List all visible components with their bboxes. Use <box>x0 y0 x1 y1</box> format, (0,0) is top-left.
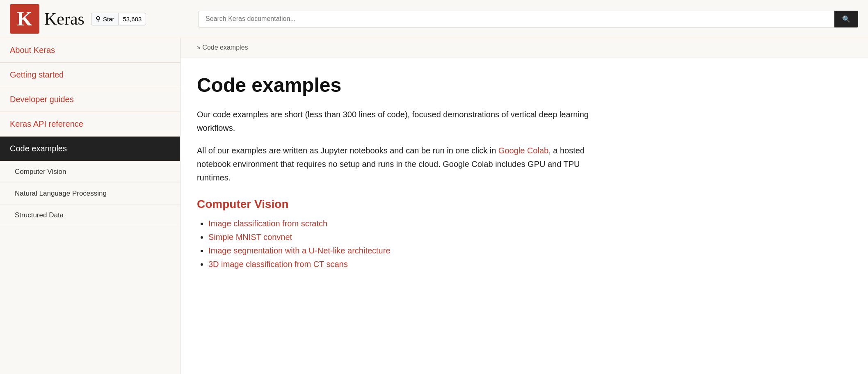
intro-paragraph-1: Our code examples are short (less than 3… <box>197 108 615 135</box>
breadcrumb-arrow: » <box>197 44 201 51</box>
sidebar-sub-nlp[interactable]: Natural Language Processing <box>0 183 180 205</box>
intro-p2-before: All of our examples are written as Jupyt… <box>197 146 498 155</box>
keras-wordmark: Keras <box>44 9 85 29</box>
sidebar-item-getting-started[interactable]: Getting started <box>0 63 180 87</box>
search-icon: 🔍 <box>842 15 850 23</box>
keras-logo-link[interactable]: K Keras <box>10 4 85 34</box>
sidebar-item-code-examples[interactable]: Code examples <box>0 137 180 161</box>
breadcrumb: » Code examples <box>180 38 868 57</box>
search-area: 🔍 <box>199 11 858 27</box>
sidebar-item-developer-guides[interactable]: Developer guides <box>0 87 180 112</box>
keras-logo-box: K <box>10 4 39 34</box>
breadcrumb-link[interactable]: Code examples <box>202 44 248 51</box>
github-star-button[interactable]: ⚲ Star 53,603 <box>91 13 146 25</box>
sidebar-item-about[interactable]: About Keras <box>0 38 180 63</box>
sidebar-item-keras-api[interactable]: Keras API reference <box>0 112 180 137</box>
sidebar: About Keras Getting started Developer gu… <box>0 38 180 374</box>
sidebar-sub-structured-data[interactable]: Structured Data <box>0 205 180 226</box>
github-star-label: Star <box>103 16 114 23</box>
search-input[interactable] <box>199 11 834 27</box>
computer-vision-list: Image classification from scratch Simple… <box>197 219 615 269</box>
logo-area: K Keras ⚲ Star 53,603 <box>10 4 190 34</box>
page-title: Code examples <box>197 74 615 96</box>
google-colab-link[interactable]: Google Colab <box>498 146 548 155</box>
search-button[interactable]: 🔍 <box>834 11 858 27</box>
list-item: 3D image classification from CT scans <box>208 260 615 269</box>
content-area: » Code examples Code examples Our code e… <box>180 38 868 374</box>
example-link-image-segmentation[interactable]: Image segmentation with a U-Net-like arc… <box>208 246 391 255</box>
list-item: Simple MNIST convnet <box>208 233 615 242</box>
top-bar: K Keras ⚲ Star 53,603 🔍 <box>0 0 868 38</box>
example-link-3d-classification[interactable]: 3D image classification from CT scans <box>208 260 348 269</box>
list-item: Image segmentation with a U-Net-like arc… <box>208 246 615 255</box>
intro-paragraph-2: All of our examples are written as Jupyt… <box>197 144 615 185</box>
keras-logo-letter: K <box>17 9 32 29</box>
list-item: Image classification from scratch <box>208 219 615 228</box>
sidebar-sub-computer-vision[interactable]: Computer Vision <box>0 161 180 183</box>
main-layout: About Keras Getting started Developer gu… <box>0 38 868 374</box>
github-star-count: 53,603 <box>119 14 146 24</box>
github-star-inner: ⚲ Star <box>91 13 119 25</box>
content-body: Code examples Our code examples are shor… <box>180 57 632 300</box>
github-octocat-icon: ⚲ <box>96 15 101 23</box>
example-link-image-classification[interactable]: Image classification from scratch <box>208 219 327 228</box>
example-link-mnist-convnet[interactable]: Simple MNIST convnet <box>208 233 292 242</box>
section-title-computer-vision: Computer Vision <box>197 198 615 211</box>
